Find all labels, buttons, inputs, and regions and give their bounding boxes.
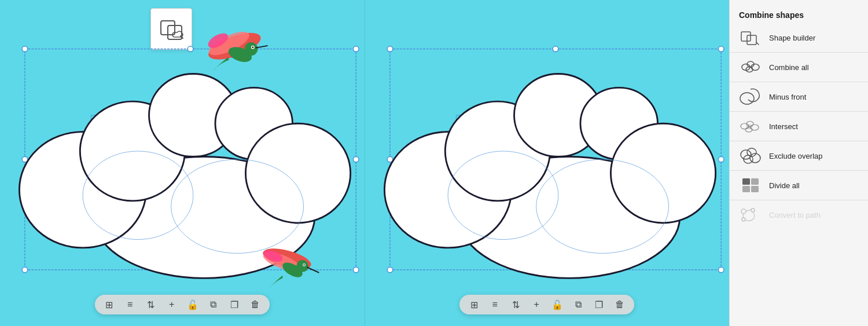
svg-point-20 [171, 159, 304, 253]
svg-point-7 [353, 46, 359, 52]
right-toolbar-grid-icon[interactable]: ⊞ [468, 298, 480, 311]
svg-point-70 [740, 93, 754, 104]
svg-point-29 [261, 244, 313, 273]
svg-point-10 [22, 267, 28, 273]
svg-rect-83 [751, 186, 759, 192]
toolbar-group-icon[interactable]: ❐ [228, 298, 241, 311]
shape-builder-label: Shape builder [769, 34, 815, 42]
svg-rect-2 [25, 49, 356, 270]
svg-point-35 [303, 264, 304, 265]
shape-builder-button[interactable] [150, 8, 192, 50]
svg-rect-81 [751, 178, 759, 185]
sidebar-item-intersect[interactable]: Intersect [730, 114, 868, 138]
sidebar-item-convert-to-path[interactable]: Convert to path [730, 203, 868, 227]
intersect-label: Intersect [769, 122, 798, 131]
combine-shapes-sidebar: Combine shapes Shape builder Combine all [729, 0, 868, 326]
svg-point-16 [149, 74, 238, 156]
right-toolbar-duplicate-icon[interactable]: ⧉ [572, 298, 584, 311]
svg-rect-4 [168, 115, 287, 223]
svg-rect-82 [742, 186, 750, 192]
toolbar-duplicate-icon[interactable]: ⧉ [207, 298, 220, 311]
svg-point-12 [353, 267, 359, 273]
svg-line-33 [307, 267, 319, 273]
toolbar-delete-icon[interactable]: 🗑 [249, 298, 262, 311]
right-toolbar-group-icon[interactable]: ❐ [593, 298, 605, 311]
right-toolbar-layers-icon[interactable]: ⇅ [509, 298, 522, 311]
divider-6 [730, 200, 868, 200]
svg-point-17 [215, 87, 293, 159]
right-toolbar-add-icon[interactable]: + [530, 298, 543, 311]
sidebar-item-exclude-overlap[interactable]: Exclude overlap [730, 144, 868, 168]
svg-point-53 [610, 123, 715, 223]
toolbar-add-icon[interactable]: + [165, 298, 178, 311]
combine-all-icon [739, 58, 762, 76]
minus-front-label: Minus front [769, 93, 806, 101]
svg-point-13 [94, 157, 315, 279]
svg-point-24 [245, 42, 258, 56]
svg-point-14 [19, 132, 146, 248]
sidebar-item-minus-front[interactable]: Minus front [730, 85, 868, 109]
svg-point-11 [187, 267, 193, 273]
svg-point-36 [262, 248, 284, 264]
svg-point-8 [22, 157, 28, 163]
svg-rect-80 [742, 178, 750, 185]
svg-point-31 [280, 259, 305, 280]
svg-rect-64 [741, 32, 751, 41]
svg-point-47 [718, 267, 724, 273]
exclude-overlap-icon [739, 147, 762, 164]
minus-front-icon [739, 88, 762, 105]
right-toolbar-align-icon[interactable]: ≡ [488, 298, 501, 311]
svg-point-75 [746, 124, 752, 129]
toolbar-align-icon[interactable]: ≡ [124, 298, 137, 311]
left-toolbar: ⊞ ≡ ⇅ + 🔓 ⧉ ❐ 🗑 [95, 295, 270, 314]
svg-point-55 [536, 159, 668, 253]
svg-point-49 [384, 132, 511, 248]
left-canvas-panel: ⊞ ≡ ⇅ + 🔓 ⧉ ❐ 🗑 [0, 0, 365, 326]
convert-to-path-icon [739, 206, 762, 224]
svg-point-22 [206, 27, 252, 60]
svg-point-41 [553, 46, 558, 52]
divide-all-icon [739, 177, 762, 194]
svg-point-43 [387, 157, 393, 163]
right-toolbar: ⊞ ≡ ⇅ + 🔓 ⧉ ❐ 🗑 [459, 295, 634, 314]
combine-all-label: Combine all [769, 63, 809, 72]
right-toolbar-delete-icon[interactable]: 🗑 [613, 298, 626, 311]
intersect-icon [739, 118, 762, 135]
sidebar-item-combine-all[interactable]: Combine all [730, 55, 868, 79]
svg-point-40 [387, 46, 393, 52]
divide-all-label: Divide all [769, 181, 800, 190]
svg-point-50 [445, 101, 550, 201]
toolbar-lock-icon[interactable]: 🔓 [186, 298, 199, 311]
sidebar-item-divide-all[interactable]: Divide all [730, 173, 868, 197]
svg-point-18 [245, 123, 350, 223]
svg-point-84 [741, 209, 746, 214]
svg-point-30 [261, 249, 302, 274]
svg-point-9 [353, 157, 359, 163]
divider-1 [730, 52, 868, 53]
svg-point-52 [580, 87, 657, 159]
svg-point-28 [205, 30, 230, 51]
shape-builder-icon [739, 29, 762, 46]
divider-4 [730, 141, 868, 141]
svg-point-23 [226, 44, 253, 65]
svg-point-32 [296, 260, 308, 272]
svg-line-25 [256, 46, 268, 48]
svg-point-44 [718, 157, 724, 163]
canvas-area: ⊞ ≡ ⇅ + 🔓 ⧉ ❐ 🗑 [0, 0, 729, 326]
svg-point-15 [80, 101, 185, 201]
svg-rect-39 [533, 115, 652, 223]
svg-point-54 [448, 151, 558, 240]
exclude-overlap-label: Exclude overlap [769, 152, 823, 160]
toolbar-grid-icon[interactable]: ⊞ [103, 298, 116, 311]
svg-point-48 [459, 157, 680, 279]
divider-3 [730, 111, 868, 112]
svg-point-19 [83, 151, 193, 240]
svg-point-27 [252, 46, 253, 48]
svg-rect-3 [91, 115, 182, 223]
svg-rect-38 [456, 115, 547, 223]
sidebar-item-shape-builder[interactable]: Shape builder [730, 25, 868, 50]
svg-rect-65 [747, 35, 756, 45]
convert-to-path-label: Convert to path [769, 211, 821, 219]
toolbar-layers-icon[interactable]: ⇅ [145, 298, 157, 311]
right-toolbar-lock-icon[interactable]: 🔓 [551, 298, 564, 311]
